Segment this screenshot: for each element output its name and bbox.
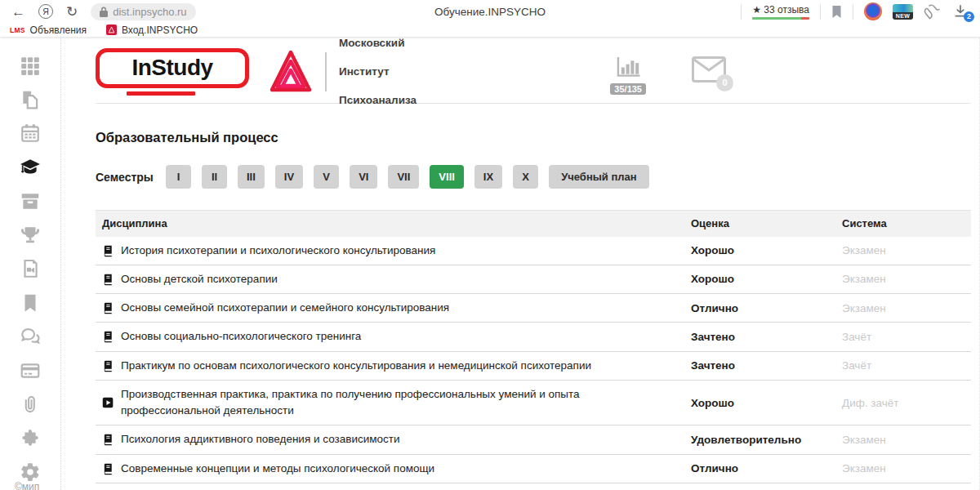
settings-icon	[20, 461, 41, 483]
archive-box-icon	[20, 190, 41, 212]
column-system: Система	[842, 217, 964, 229]
progress-stat[interactable]: 35/135	[610, 56, 646, 95]
table-row[interactable]: Психология аддиктивного поведения и соза…	[96, 425, 971, 454]
book-icon	[102, 302, 114, 314]
semester-tab-ii[interactable]: II	[202, 165, 227, 189]
sidebar-item-archive-box[interactable]	[20, 190, 41, 212]
semester-tab-vi[interactable]: VI	[350, 165, 377, 189]
browser-toolbar: ← Я ↻ dist.inpsycho.ru Обучение.INPSYCHO…	[0, 0, 980, 23]
mip-triangle-logo	[269, 49, 313, 95]
bookmark-announcements[interactable]: LMS Объявления	[10, 24, 87, 36]
messages-icon	[20, 326, 41, 347]
header-divider	[96, 103, 971, 104]
reload-icon[interactable]: ↻	[66, 5, 78, 19]
address-bar[interactable]: dist.inpsycho.ru	[91, 3, 195, 20]
toolbar-right: ★ 33 отзыва NEW 2	[741, 2, 969, 20]
book-icon	[102, 245, 114, 257]
course-grade: Отлично	[691, 302, 842, 314]
puzzle-icon	[20, 428, 41, 449]
copyright: ©мип	[15, 481, 39, 490]
bookmark-flag-icon[interactable]	[831, 5, 842, 19]
sidebar-item-calendar[interactable]	[20, 122, 41, 144]
table-row[interactable]: Современные концепции и методы психологи…	[96, 455, 971, 483]
logo-divider	[325, 52, 327, 91]
course-name: Основы семейной психотерапии и семейного…	[121, 300, 449, 316]
course-name: Основы социально-психологического тренин…	[121, 328, 361, 345]
new-badge: NEW	[893, 12, 913, 20]
sidebar-item-messages[interactable]	[20, 326, 41, 347]
instudy-logo-text: InStudy	[128, 55, 216, 81]
course-name: Современные концепции и методы психологи…	[121, 461, 434, 477]
book-icon	[102, 434, 114, 446]
course-system: Зачёт	[842, 331, 964, 343]
browser-profile-icon[interactable]	[864, 2, 882, 20]
course-grade: Удовлетворительно	[691, 434, 842, 446]
semester-tab-i[interactable]: I	[166, 165, 191, 189]
sidebar-item-education[interactable]	[20, 157, 41, 178]
bookmarks-bar: LMS Объявления Вход.INPSYCHO	[0, 23, 980, 37]
back-icon[interactable]: ←	[11, 5, 25, 19]
bookmark-login[interactable]: Вход.INPSYCHO	[106, 24, 198, 36]
course-grade: Хорошо	[691, 397, 842, 409]
bookmark-label: Объявления	[30, 24, 87, 36]
page-title: Образовательный процесс	[96, 130, 971, 145]
yandex-icon[interactable]: Я	[38, 4, 53, 19]
course-name: История психотерапии и психологического …	[121, 243, 435, 259]
page-header: InStudy Московский Институт Психоанализа…	[96, 45, 971, 99]
extension-icon[interactable]	[924, 3, 942, 20]
attachments-icon	[20, 394, 41, 415]
semester-tab-iv[interactable]: IV	[275, 165, 303, 189]
table-row[interactable]: Практикум по основам психологического ко…	[96, 352, 971, 381]
course-name-cell: Основы социально-психологического тренин…	[102, 328, 691, 345]
course-system: Зачёт	[842, 359, 964, 372]
downloads-count-badge: 2	[964, 11, 974, 22]
sidebar-item-attachments[interactable]	[20, 394, 41, 415]
course-grade: Хорошо	[691, 273, 842, 285]
table-row[interactable]: История психотерапии и психологического …	[96, 237, 971, 265]
sidebar-item-puzzle[interactable]	[20, 428, 41, 449]
app-window: ©мип InStudy Московский Институт Психоан…	[0, 37, 980, 490]
course-name: Основы детской психотерапии	[121, 271, 278, 287]
downloads-icon[interactable]: 2	[952, 5, 969, 19]
course-system: Экзамен	[842, 302, 964, 314]
semester-tab-vii[interactable]: VII	[388, 165, 419, 189]
curriculum-button[interactable]: Учебный план	[549, 165, 648, 189]
table-row[interactable]: Производственная практика, практика по п…	[96, 381, 971, 426]
browser-chrome: ← Я ↻ dist.inpsycho.ru Обучение.INPSYCHO…	[0, 0, 980, 37]
sidebar-item-payment-card[interactable]	[20, 360, 41, 381]
lock-icon	[100, 7, 108, 17]
trophy-icon	[20, 225, 41, 246]
new-feature-icon[interactable]: NEW	[893, 4, 913, 20]
instudy-stand	[127, 91, 195, 96]
table-row[interactable]: Основы социально-психологического тренин…	[96, 323, 971, 351]
sidebar-item-video-lessons[interactable]	[20, 258, 41, 279]
star-icon: ★	[752, 4, 761, 16]
table-row[interactable]: Основы семейной психотерапии и семейного…	[96, 294, 971, 323]
semester-tab-viii[interactable]: VIII	[430, 165, 464, 189]
sidebar-item-settings[interactable]	[20, 461, 41, 483]
table-row[interactable]: Основы детской психотерапииХорошоЭкзамен	[96, 265, 971, 294]
sidebar-item-apps-grid[interactable]	[20, 55, 41, 76]
instudy-logo[interactable]: InStudy	[96, 47, 249, 96]
sidebar-item-bookmark[interactable]	[20, 292, 41, 314]
semester-tab-iii[interactable]: III	[238, 165, 265, 189]
course-grade: Зачтено	[691, 359, 842, 372]
semester-tab-v[interactable]: V	[314, 165, 339, 189]
mail-stat[interactable]: 0	[692, 56, 726, 86]
site-rating[interactable]: ★ 33 отзыва	[752, 4, 809, 20]
bookmark-icon	[20, 292, 41, 314]
course-system: Экзамен	[842, 273, 964, 285]
divider	[853, 4, 853, 20]
course-system: Экзамен	[842, 434, 964, 446]
sidebar-item-documents[interactable]	[20, 89, 41, 110]
book-icon	[102, 274, 114, 286]
course-system: Диф. зачёт	[842, 397, 964, 409]
lms-favicon: LMS	[10, 26, 25, 34]
semester-tab-x[interactable]: X	[513, 165, 538, 189]
course-system: Экзамен	[842, 244, 964, 256]
header-stats: 35/135 0	[610, 50, 726, 95]
semester-tab-ix[interactable]: IX	[474, 165, 502, 189]
column-grade: Оценка	[691, 217, 842, 229]
mip-favicon	[106, 24, 117, 35]
sidebar-item-trophy[interactable]	[20, 225, 41, 246]
